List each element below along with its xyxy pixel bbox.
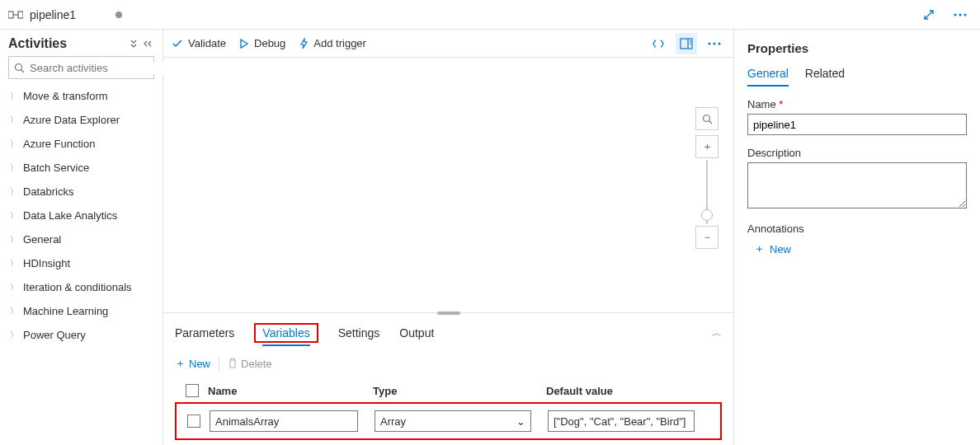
activity-label: Azure Data Explorer [23,114,120,126]
collapse-icon[interactable] [128,40,139,48]
debug-label: Debug [254,37,285,49]
activity-category[interactable]: 〉Data Lake Analytics [8,204,154,227]
variables-table: Name Type Default value AnimalsArray Arr… [175,379,722,440]
svg-point-5 [964,13,967,16]
plus-icon: ＋ [754,241,765,256]
more-icon[interactable] [949,9,972,21]
zoom-out-button[interactable]: － [695,226,719,249]
search-icon [14,63,25,73]
zoom-control: ＋ － [695,107,719,249]
svg-rect-0 [8,12,13,18]
activity-category[interactable]: 〉Move & transform [8,84,154,108]
activity-label: Move & transform [23,90,108,102]
variable-type-select[interactable]: Array⌄ [375,410,531,432]
svg-point-13 [714,42,716,44]
activity-category[interactable]: 〉Azure Data Explorer [8,108,154,132]
select-all-checkbox[interactable] [177,384,208,397]
activities-header-icons [128,40,154,48]
svg-line-7 [21,69,25,73]
pipeline-description-input[interactable] [747,162,967,208]
variable-row: AnimalsArray Array⌄ ["Dog", "Cat", "Bear… [177,409,720,433]
tab-related[interactable]: Related [805,67,845,87]
hide-panel-icon[interactable] [143,40,154,48]
canvas-area[interactable]: ＋ － [163,58,733,313]
tab-general[interactable]: General [747,67,789,87]
separator [219,356,219,371]
debug-button[interactable]: Debug [239,37,285,49]
svg-rect-1 [18,12,23,18]
activity-category[interactable]: 〉Iteration & conditionals [8,275,154,299]
name-label-text: Name [747,98,779,110]
activity-label: Power Query [23,329,86,341]
validate-button[interactable]: Validate [172,37,226,49]
canvas-search-icon[interactable] [695,107,719,130]
main-row: Activities 〉Move & transform 〉Azure Data… [0,30,980,445]
chevron-right-icon: 〉 [10,186,18,198]
pipeline-icon [8,9,23,21]
tab-output[interactable]: Output [399,321,434,344]
center-column: Validate Debug Add trigger [163,30,734,445]
chevron-right-icon: 〉 [10,234,18,246]
chevron-right-icon: 〉 [10,306,18,317]
new-label: New [189,358,210,370]
variable-default-input[interactable]: ["Dog", "Cat", "Bear", "Bird"] [548,410,695,432]
variable-name-input[interactable]: AnimalsArray [210,410,358,432]
chevron-down-icon: ⌄ [516,415,525,428]
highlight-box: AnimalsArray Array⌄ ["Dog", "Cat", "Bear… [175,402,722,440]
new-variable-button[interactable]: ＋ New [175,356,210,371]
search-activities-field[interactable] [30,62,168,74]
code-view-icon[interactable] [648,33,669,54]
activity-label: Databricks [23,185,73,198]
canvas-toolbar-right [648,33,725,54]
activity-label: General [23,233,61,246]
validate-label: Validate [188,37,226,49]
chevron-right-icon: 〉 [10,91,18,102]
canvas-more-icon[interactable] [704,33,725,54]
description-label: Description [747,147,967,159]
type-value: Array [380,415,406,428]
tab-parameters[interactable]: Parameters [175,321,234,344]
chevron-right-icon: 〉 [10,115,18,126]
search-activities-input[interactable] [8,56,154,79]
collapse-panel-icon[interactable]: ︿ [712,326,722,340]
trigger-label: Add trigger [313,37,366,49]
col-default-header: Default value [546,385,720,397]
new-annotation-button[interactable]: ＋ New [754,241,967,256]
tab-settings[interactable]: Settings [338,321,380,344]
required-indicator: * [779,98,783,110]
chevron-right-icon: 〉 [10,330,18,341]
zoom-slider[interactable] [706,160,708,224]
activity-category[interactable]: 〉Power Query [8,323,154,347]
expand-icon[interactable] [917,9,940,21]
play-icon [239,38,249,49]
title-right [917,9,972,21]
svg-line-16 [709,120,712,124]
zoom-in-button[interactable]: ＋ [695,135,719,158]
properties-toggle-icon[interactable] [676,33,697,54]
panel-resize-handle[interactable] [437,312,460,315]
name-label: Name * [747,98,967,110]
annotations-label: Annotations [747,222,967,235]
activity-category[interactable]: 〉HDInsight [8,251,154,275]
activities-title: Activities [8,36,67,51]
activity-category[interactable]: 〉Machine Learning [8,299,154,323]
add-trigger-button[interactable]: Add trigger [299,37,366,49]
pipeline-name-input[interactable] [747,114,967,135]
activities-header: Activities [8,36,154,51]
col-name-header: Name [208,385,373,397]
properties-tabs: General Related [747,67,967,87]
zoom-thumb[interactable] [701,209,713,221]
chevron-right-icon: 〉 [10,162,18,174]
row-checkbox[interactable] [178,415,210,428]
activity-category[interactable]: 〉Databricks [8,180,154,204]
activity-category[interactable]: 〉General [8,227,154,251]
chevron-right-icon: 〉 [10,138,18,150]
svg-point-12 [709,42,711,44]
delete-variable-button[interactable]: Delete [228,358,272,370]
delete-label: Delete [241,358,272,370]
plus-icon: ＋ [175,356,186,371]
chevron-right-icon: 〉 [10,282,18,293]
tab-variables[interactable]: Variables [262,321,309,346]
activity-category[interactable]: 〉Batch Service [8,156,154,180]
activity-category[interactable]: 〉Azure Function [8,132,154,156]
